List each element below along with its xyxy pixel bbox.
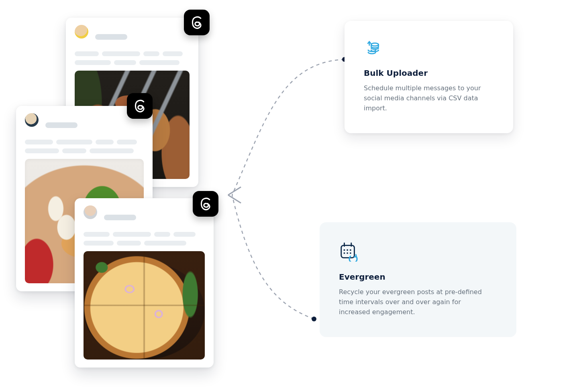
avatar	[84, 205, 97, 219]
threads-icon	[193, 191, 218, 217]
threads-icon	[127, 93, 153, 119]
feature-diagram: Bulk Uploader Schedule multiple messages…	[0, 0, 575, 392]
svg-point-9	[347, 249, 348, 251]
threads-icon	[184, 10, 210, 35]
svg-point-4	[371, 43, 378, 46]
bulk-upload-icon	[364, 40, 494, 59]
svg-point-10	[350, 249, 351, 251]
avatar	[75, 25, 88, 39]
avatar	[25, 113, 39, 127]
feature-title: Evergreen	[339, 272, 497, 282]
svg-point-3	[312, 317, 316, 321]
feature-title: Bulk Uploader	[364, 68, 494, 78]
feature-description: Schedule multiple messages to your socia…	[364, 83, 492, 113]
username-skeleton	[45, 122, 77, 128]
svg-line-0	[228, 187, 241, 195]
svg-line-1	[228, 195, 241, 203]
username-skeleton	[95, 34, 127, 40]
username-skeleton	[104, 215, 136, 220]
svg-point-8	[344, 249, 345, 251]
svg-point-13	[350, 252, 351, 254]
post-photo	[84, 251, 205, 360]
feature-description: Recycle your evergreen posts at pre-defi…	[339, 287, 491, 317]
post-card	[75, 198, 214, 368]
calendar-refresh-icon	[339, 242, 497, 263]
svg-point-12	[347, 252, 348, 254]
feature-card-bulk-uploader: Bulk Uploader Schedule multiple messages…	[345, 21, 513, 133]
svg-rect-5	[341, 246, 355, 258]
feature-card-evergreen: Evergreen Recycle your evergreen posts a…	[320, 222, 516, 337]
svg-point-11	[344, 252, 345, 254]
